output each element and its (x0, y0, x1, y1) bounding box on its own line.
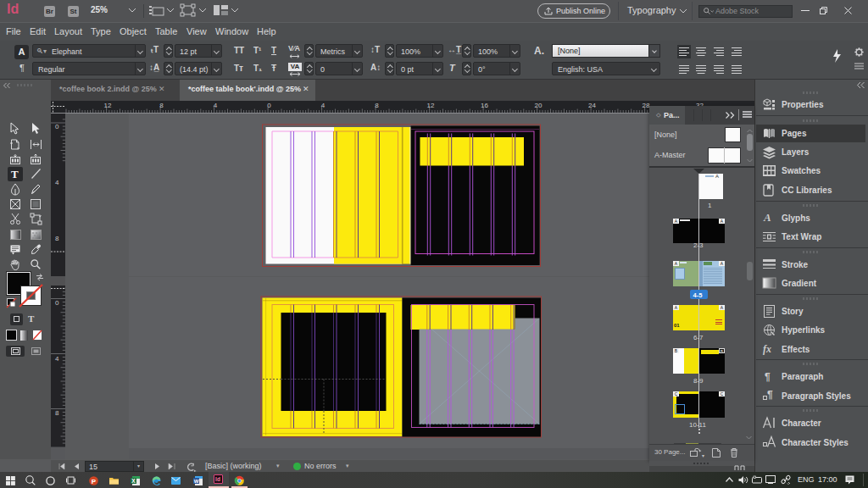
svg-text:16: 16 (481, 102, 488, 109)
svg-text:8: 8 (159, 102, 164, 109)
svg-text:12: 12 (427, 102, 435, 109)
svg-text:24: 24 (588, 102, 596, 109)
svg-text:4: 4 (55, 355, 59, 363)
svg-text:X: X (131, 478, 136, 484)
svg-text:4: 4 (55, 179, 59, 186)
svg-text:0: 0 (55, 299, 59, 307)
svg-text:P: P (91, 478, 96, 485)
svg-text:0: 0 (267, 102, 271, 109)
svg-text:8: 8 (55, 235, 59, 242)
svg-text:4: 4 (214, 102, 218, 109)
svg-text:8: 8 (55, 409, 59, 417)
svg-text:4: 4 (321, 102, 326, 109)
svg-text:8: 8 (375, 102, 379, 109)
svg-text:W: W (193, 479, 198, 484)
svg-text:12: 12 (104, 102, 112, 109)
svg-text:20: 20 (535, 102, 542, 109)
svg-text:0: 0 (55, 123, 59, 130)
